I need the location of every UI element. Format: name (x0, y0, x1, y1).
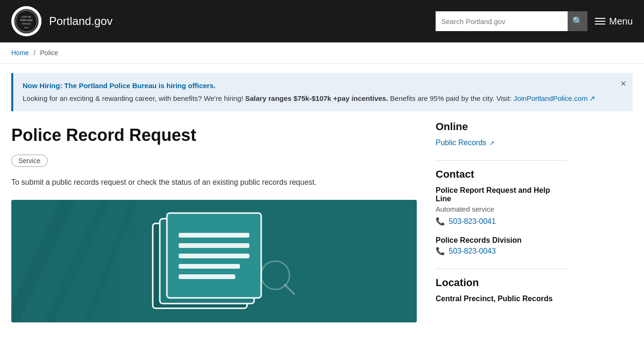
header-right: 🔍 Menu (436, 11, 633, 31)
sidebar-online-section: Online Public Records ↗ (436, 121, 568, 147)
contact2-name: Police Records Division (436, 236, 568, 245)
site-title: Portland.gov (49, 15, 113, 28)
sidebar-location-section: Location Central Precinct, Public Record… (436, 277, 568, 303)
public-records-label: Public Records (436, 139, 487, 147)
page-description: To submit a public records request or ch… (11, 176, 417, 189)
svg-text:1851: 1851 (24, 26, 29, 29)
contact1-phone-link[interactable]: 📞 503-823-0041 (436, 217, 568, 226)
main-content: Police Record Request Service To submit … (0, 121, 603, 341)
divider-2 (436, 269, 568, 269)
header-left: CITY OF PORTLAND OREGON 1851 Portland.go… (11, 6, 113, 36)
alert-banner: Now Hiring: The Portland Police Bureau i… (11, 73, 633, 111)
svg-text:PORTLAND: PORTLAND (20, 19, 33, 22)
contact1-phone: 503-823-0041 (449, 217, 496, 226)
service-badge: Service (11, 155, 48, 167)
phone-icon-1: 📞 (436, 217, 445, 226)
search-input[interactable] (436, 11, 568, 31)
external-link-icon: ↗ (589, 94, 595, 102)
alert-title: Now Hiring: The Portland Police Bureau i… (23, 81, 614, 91)
contact1-sub: Automated service (436, 205, 568, 213)
content-right: Online Public Records ↗ Contact Police R… (436, 121, 568, 322)
breadcrumb: Home / Police (0, 42, 644, 64)
menu-button[interactable]: Menu (595, 16, 633, 27)
svg-rect-13 (179, 233, 249, 238)
search-form: 🔍 (436, 11, 587, 31)
hamburger-icon (595, 18, 605, 25)
online-heading: Online (436, 121, 568, 133)
location-name: Central Precinct, Public Records (436, 295, 568, 303)
svg-rect-16 (179, 264, 240, 269)
contact-heading: Contact (436, 168, 568, 181)
alert-body-after: Benefits are 95% paid by the city. Visit… (388, 94, 513, 102)
breadcrumb-current: Police (40, 49, 58, 57)
svg-rect-14 (179, 243, 249, 248)
site-logo: CITY OF PORTLAND OREGON 1851 (11, 6, 41, 36)
content-left: Police Record Request Service To submit … (11, 121, 417, 322)
alert-body: Looking for an exciting & rewarding care… (23, 93, 614, 104)
location-heading: Location (436, 277, 568, 289)
search-icon: 🔍 (572, 16, 583, 26)
svg-rect-17 (179, 274, 235, 279)
divider-1 (436, 160, 568, 161)
alert-body-bold: Salary ranges $75k-$107k +pay incentives… (245, 94, 388, 102)
contact2-phone: 503-823-0043 (449, 247, 496, 255)
svg-text:OREGON: OREGON (22, 23, 31, 25)
contact1-name: Police Report Request and Help Line (436, 186, 568, 203)
public-records-link[interactable]: Public Records ↗ (436, 139, 495, 147)
sidebar-contact-section: Contact Police Report Request and Help L… (436, 168, 568, 255)
svg-rect-15 (179, 254, 249, 258)
alert-link[interactable]: JoinPortlandPolice.com (513, 94, 587, 102)
alert-close-button[interactable]: × (620, 79, 626, 88)
site-header: CITY OF PORTLAND OREGON 1851 Portland.go… (0, 0, 644, 42)
breadcrumb-separator: / (33, 49, 35, 57)
alert-body-before: Looking for an exciting & rewarding care… (23, 94, 245, 102)
external-link-icon: ↗ (489, 140, 495, 147)
breadcrumb-home[interactable]: Home (11, 49, 29, 57)
search-button[interactable]: 🔍 (568, 11, 587, 31)
hero-image (11, 200, 417, 322)
contact2-phone-link[interactable]: 📞 503-823-0043 (436, 247, 568, 255)
menu-label: Menu (609, 16, 633, 27)
phone-icon-2: 📞 (436, 247, 445, 255)
page-title: Police Record Request (11, 125, 417, 145)
svg-text:CITY OF: CITY OF (22, 16, 32, 18)
